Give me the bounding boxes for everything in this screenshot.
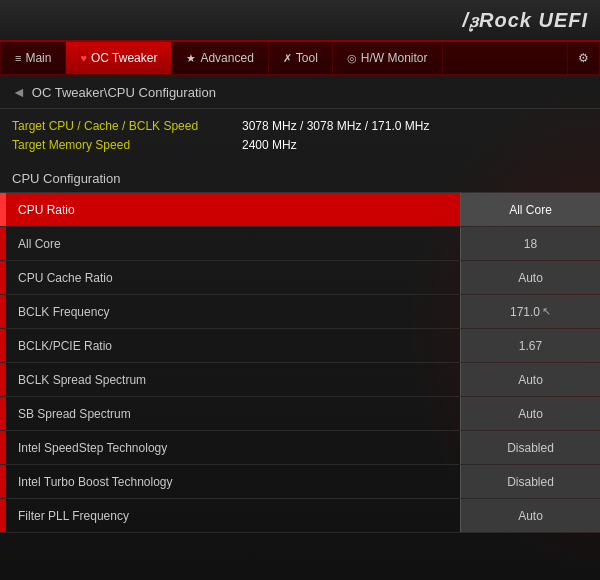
nav-tabs: ≡ Main ♥ OC Tweaker ★ Advanced ✗ Tool ◎ … [0, 42, 600, 76]
breadcrumb-text: OC Tweaker\CPU Configuration [32, 85, 216, 100]
settings-table: CPU Ratio All Core All Core 18 CPU Cache… [0, 193, 600, 533]
row-intel-turbo-boost[interactable]: Intel Turbo Boost Technology Disabled [0, 465, 600, 499]
monitor-icon: ◎ [347, 52, 357, 65]
value-cpu-ratio: All Core [460, 193, 600, 226]
row-bclk-frequency[interactable]: BCLK Frequency 171.0 ↖ [0, 295, 600, 329]
row-bclk-spread-spectrum[interactable]: BCLK Spread Spectrum Auto [0, 363, 600, 397]
section-title: CPU Configuration [0, 163, 600, 193]
value-all-core: 18 [460, 227, 600, 260]
row-intel-speedstep[interactable]: Intel SpeedStep Technology Disabled [0, 431, 600, 465]
row-cpu-cache-ratio[interactable]: CPU Cache Ratio Auto [0, 261, 600, 295]
row-sb-spread-spectrum[interactable]: SB Spread Spectrum Auto [0, 397, 600, 431]
value-sb-spread-spectrum: Auto [460, 397, 600, 430]
value-bclk-spread-spectrum: Auto [460, 363, 600, 396]
row-filter-pll[interactable]: Filter PLL Frequency Auto [0, 499, 600, 533]
tab-oc-tweaker[interactable]: ♥ OC Tweaker [66, 42, 172, 74]
main-icon: ≡ [15, 52, 21, 64]
value-filter-pll: Auto [460, 499, 600, 532]
row-cpu-ratio[interactable]: CPU Ratio All Core [0, 193, 600, 227]
back-arrow-icon: ◄ [12, 84, 26, 100]
tab-settings[interactable]: ⚙ [567, 42, 600, 74]
gear-icon: ⚙ [578, 51, 589, 65]
tool-icon: ✗ [283, 52, 292, 65]
row-bclk-pcie-ratio[interactable]: BCLK/PCIE Ratio 1.67 [0, 329, 600, 363]
info-label-cpu-speed: Target CPU / Cache / BCLK Speed [12, 119, 242, 133]
value-cpu-cache-ratio: Auto [460, 261, 600, 294]
header: /ᶔRock UEFI [0, 0, 600, 42]
tab-main[interactable]: ≡ Main [0, 42, 66, 74]
cursor-indicator: ↖ [542, 305, 551, 318]
value-intel-speedstep: Disabled [460, 431, 600, 464]
info-value-memory-speed: 2400 MHz [242, 138, 297, 152]
info-label-memory-speed: Target Memory Speed [12, 138, 242, 152]
row-all-core[interactable]: All Core 18 [0, 227, 600, 261]
value-bclk-frequency: 171.0 ↖ [460, 295, 600, 328]
value-bclk-pcie-ratio: 1.67 [460, 329, 600, 362]
main-content: ◄ OC Tweaker\CPU Configuration Target CP… [0, 76, 600, 580]
tab-advanced[interactable]: ★ Advanced [172, 42, 268, 74]
tab-hw-monitor[interactable]: ◎ H/W Monitor [333, 42, 443, 74]
info-value-cpu-speed: 3078 MHz / 3078 MHz / 171.0 MHz [242, 119, 429, 133]
value-intel-turbo-boost: Disabled [460, 465, 600, 498]
breadcrumb: ◄ OC Tweaker\CPU Configuration [0, 76, 600, 109]
info-row-memory-speed: Target Memory Speed 2400 MHz [12, 138, 588, 152]
tab-tool[interactable]: ✗ Tool [269, 42, 333, 74]
info-row-cpu-speed: Target CPU / Cache / BCLK Speed 3078 MHz… [12, 119, 588, 133]
brand-logo: /ᶔRock UEFI [462, 9, 588, 32]
heart-icon: ♥ [80, 52, 87, 64]
star-icon: ★ [186, 52, 196, 65]
info-section: Target CPU / Cache / BCLK Speed 3078 MHz… [0, 109, 600, 163]
